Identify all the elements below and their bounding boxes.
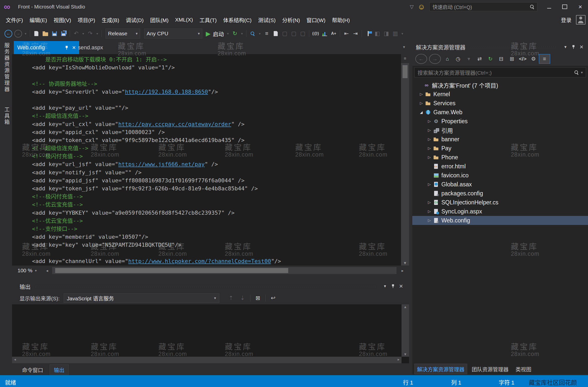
misc-c-icon[interactable]: ▥: [391, 29, 400, 38]
goto-next-message-icon[interactable]: ⇣: [237, 294, 248, 303]
expand-arrow-icon[interactable]: ▷: [425, 218, 433, 223]
menu-item-6[interactable]: 团队(M): [147, 14, 172, 26]
scroll-down-arrow-icon[interactable]: ▼: [402, 352, 409, 356]
properties-pages-icon[interactable]: ⊞: [507, 54, 517, 63]
explorer-back-icon[interactable]: ←: [415, 54, 427, 64]
right-panel-tab-2[interactable]: 类视图: [513, 364, 534, 374]
text-size-icon[interactable]: A+: [329, 29, 338, 38]
feedback-filter-icon[interactable]: ▽: [410, 4, 414, 10]
refresh-icon[interactable]: ↻: [485, 54, 496, 63]
feedback-smiley-icon[interactable]: ☺: [418, 3, 425, 11]
pin-icon[interactable]: [389, 284, 397, 288]
editor-tab-send-aspx[interactable]: send.aspx: [74, 41, 107, 54]
close-icon[interactable]: ×: [397, 282, 405, 290]
solution-search-input[interactable]: 搜索解决方案资源管理器(Ctrl+;) ▾: [414, 67, 586, 77]
expand-arrow-icon[interactable]: ▷: [425, 119, 433, 123]
start-dropdown-icon[interactable]: ▾: [225, 29, 230, 38]
navigate-forward-icon[interactable]: →: [14, 30, 22, 38]
tree-item-synclogin-aspx[interactable]: ▷SyncLogin.aspx: [412, 207, 588, 216]
expand-arrow-icon[interactable]: ▷: [425, 209, 433, 214]
bookmark-icon[interactable]: [364, 29, 373, 38]
hyperlink[interactable]: http://www.hlcpoker.com/?channelCode=Tes…: [128, 258, 271, 264]
document-outline-icon[interactable]: [271, 29, 280, 38]
expand-arrow-icon[interactable]: ▷: [425, 128, 433, 133]
expand-arrow-icon[interactable]: ◢: [417, 110, 425, 114]
menu-item-11[interactable]: 分析(N): [279, 14, 303, 26]
close-button[interactable]: ×: [572, 0, 588, 14]
zoom-select[interactable]: 100 % ▾: [12, 268, 39, 274]
tree-item-sqlinjectionhelper-cs[interactable]: ▷SQLInjectionHelper.cs: [412, 198, 588, 207]
menu-item-13[interactable]: 帮助(H): [329, 14, 353, 26]
expand-arrow-icon[interactable]: ▷: [425, 182, 433, 187]
chevron-down-icon[interactable]: ▾: [35, 269, 37, 273]
tree-item-pay[interactable]: ▷Pay: [412, 144, 588, 153]
find-dropdown-icon[interactable]: ▾: [257, 29, 262, 38]
pin-icon[interactable]: [569, 45, 577, 49]
output-content[interactable]: ▲ ▼ ◂ ▸: [12, 304, 409, 363]
scrollbar-thumb[interactable]: [403, 65, 408, 78]
find-in-files-icon[interactable]: [248, 29, 257, 38]
pending-changes-filter-icon[interactable]: ◷: [453, 54, 463, 63]
quick-launch-input[interactable]: 快速启动 (Ctrl+Q): [429, 2, 537, 11]
indent-decrease-icon[interactable]: ⇤: [342, 29, 351, 38]
undo-dropdown-icon[interactable]: ▾: [81, 29, 86, 38]
menu-item-10[interactable]: 测试(S): [255, 14, 279, 26]
menu-item-12[interactable]: 窗口(W): [303, 14, 329, 26]
editor-vertical-scrollbar[interactable]: ≡ ▼: [401, 54, 409, 266]
tree-item-game-web[interactable]: ◢Game.Web: [412, 108, 588, 117]
panel-grip[interactable]: [470, 46, 557, 49]
chevron-down-icon[interactable]: ▾: [561, 44, 569, 50]
toggle-word-wrap-icon[interactable]: ↩: [267, 294, 279, 303]
search-icon[interactable]: [530, 5, 534, 9]
open-file-icon[interactable]: [41, 29, 50, 38]
code-area[interactable]: 是否开启移动版下载模块 0:不开启 1: 开启--> <add key="IsS…: [12, 56, 401, 266]
extension-a-icon[interactable]: ▢: [280, 29, 289, 38]
expand-arrow-icon[interactable]: ▷: [417, 101, 425, 105]
explorer-forward-icon[interactable]: →: [429, 54, 441, 64]
scroll-down-arrow-icon[interactable]: ▼: [401, 261, 409, 265]
panel-grip[interactable]: [35, 286, 376, 288]
home-icon[interactable]: ⌂: [442, 54, 453, 63]
menu-item-1[interactable]: 编辑(E): [26, 14, 50, 26]
tab-list-caret-icon[interactable]: ▾: [403, 45, 405, 49]
tree-item-references[interactable]: ▷引用: [412, 126, 588, 135]
apply-changes-icon[interactable]: ↻: [230, 29, 239, 38]
tree-item-phone[interactable]: ▷Phone: [412, 153, 588, 162]
panel-tab-1[interactable]: 输出: [50, 364, 69, 375]
expand-arrow-icon[interactable]: ▷: [425, 137, 433, 142]
extension-c-icon[interactable]: ▢: [298, 29, 307, 38]
start-debug-button[interactable]: ▶启动: [206, 30, 224, 38]
menu-item-8[interactable]: 工具(T): [196, 14, 220, 26]
save-icon[interactable]: [50, 29, 59, 38]
indent-increase-icon[interactable]: ⇥: [351, 29, 360, 38]
attach-icon[interactable]: (@): [311, 29, 320, 38]
performance-icon[interactable]: [320, 29, 329, 38]
menu-item-2[interactable]: 视图(V): [50, 14, 74, 26]
new-file-icon[interactable]: [32, 29, 41, 38]
expand-arrow-icon[interactable]: ▷: [425, 155, 433, 160]
editor-horizontal-scrollbar[interactable]: [52, 267, 397, 274]
scroll-right-arrow-icon[interactable]: ▸: [398, 357, 400, 362]
expand-arrow-icon[interactable]: ▷: [425, 200, 433, 205]
tree-item-solution-front[interactable]: 解决方案'Front' (7 个项目): [412, 81, 588, 90]
task-list-icon[interactable]: ≡: [262, 29, 271, 38]
undo-icon[interactable]: ↶: [72, 29, 81, 38]
right-panel-tab-1[interactable]: 团队资源管理器: [469, 364, 511, 374]
scrollbar-thumb[interactable]: [55, 268, 288, 273]
chevron-down-icon[interactable]: ▾: [136, 31, 138, 36]
close-icon[interactable]: ×: [577, 43, 585, 51]
project-properties-icon[interactable]: ⚙: [528, 54, 539, 63]
hyperlink[interactable]: http://192.168.0.188:8650: [125, 89, 208, 95]
output-vertical-scrollbar[interactable]: ▲ ▼: [402, 304, 409, 357]
platform-select[interactable]: Any CPU▾: [144, 29, 202, 39]
misc-a-icon[interactable]: ◧: [373, 29, 382, 38]
menu-item-9[interactable]: 体系结构(C): [220, 14, 255, 26]
collapse-all-icon[interactable]: ⊟: [496, 54, 507, 63]
search-icon[interactable]: [574, 70, 578, 74]
clear-all-icon[interactable]: ⊠: [252, 294, 264, 303]
menu-item-4[interactable]: 生成(B): [99, 14, 123, 26]
misc-b-icon[interactable]: ◨: [382, 29, 391, 38]
menu-item-0[interactable]: 文件(F): [3, 14, 26, 26]
expand-arrow-icon[interactable]: ▷: [417, 92, 425, 96]
save-all-icon[interactable]: [59, 29, 68, 38]
